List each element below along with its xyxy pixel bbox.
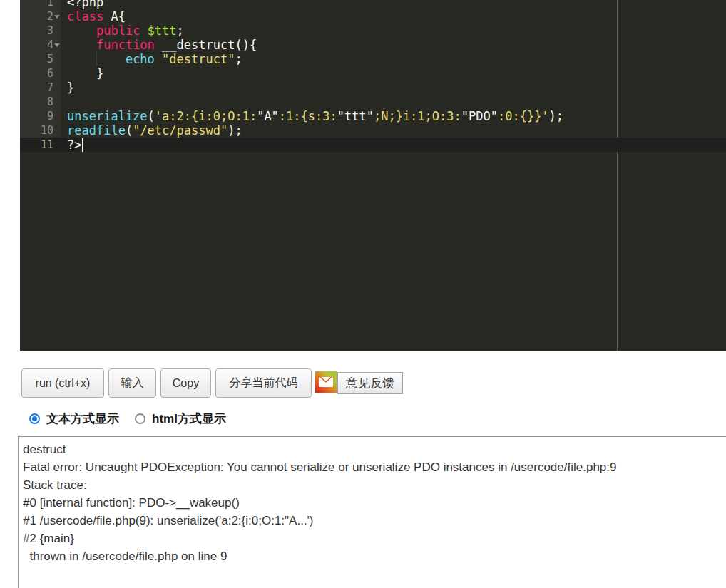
code-text: } xyxy=(61,66,726,81)
code-text: echo "destruct"; xyxy=(61,52,726,66)
token-plain: ?> xyxy=(67,138,81,152)
line-number[interactable]: 5 xyxy=(20,52,61,66)
line-number[interactable]: 3 xyxy=(20,24,61,38)
token-plain: "A" xyxy=(257,109,279,123)
token-plain xyxy=(67,52,126,66)
code-text: readfile("/etc/passwd"); xyxy=(61,123,726,138)
input-button[interactable]: 输入 xyxy=(108,368,156,398)
radio-text-mode[interactable] xyxy=(29,413,40,424)
token-support: unserialize xyxy=(67,109,148,123)
token-plain xyxy=(67,24,96,38)
line-number[interactable]: 9 xyxy=(20,109,61,123)
line-number[interactable]: 10 xyxy=(20,123,61,138)
token-string: :1:{s:3: xyxy=(279,109,337,123)
php-sandbox-page: 1<?php2class A{3 public $ttt;4 function … xyxy=(0,0,726,588)
line-number[interactable]: 4 xyxy=(20,38,61,52)
code-text: public $ttt; xyxy=(61,24,726,38)
code-line[interactable]: 1<?php xyxy=(20,0,726,9)
code-text: class A{ xyxy=(61,9,726,24)
token-plain: __destruct(){ xyxy=(155,38,257,52)
envelope-icon xyxy=(319,377,333,387)
code-text: ?> xyxy=(61,138,726,152)
line-number[interactable]: 2 xyxy=(20,9,61,24)
copy-button[interactable]: Copy xyxy=(160,368,211,398)
token-string: "/etc/passwd" xyxy=(133,123,227,138)
token-string: "destruct" xyxy=(162,52,235,66)
line-number[interactable]: 7 xyxy=(20,81,61,95)
token-plain: ); xyxy=(549,109,563,123)
token-plain: ( xyxy=(126,123,133,138)
fold-arrow-icon[interactable] xyxy=(54,15,60,19)
token-string: ;N;}i:1;O:3: xyxy=(374,109,461,123)
share-code-button[interactable]: 分享当前代码 xyxy=(215,368,312,398)
radio-html-mode-label[interactable]: html方式显示 xyxy=(152,411,226,427)
fold-arrow-icon[interactable] xyxy=(54,43,60,47)
feedback-label: 意见反馈 xyxy=(337,372,403,394)
text-cursor xyxy=(82,138,83,152)
radio-html-mode[interactable] xyxy=(135,413,145,424)
token-keyword: public xyxy=(96,24,140,38)
code-editor[interactable]: 1<?php2class A{3 public $ttt;4 function … xyxy=(20,0,726,351)
code-line[interactable]: 4 function __destruct(){ xyxy=(20,38,726,52)
code-text: } xyxy=(61,81,726,95)
code-text xyxy=(61,95,726,109)
code-line[interactable]: 3 public $ttt; xyxy=(20,24,726,38)
token-plain xyxy=(140,24,147,38)
token-keyword: function xyxy=(96,38,155,52)
token-plain: A{ xyxy=(103,9,126,24)
code-text: unserialize('a:2:{i:0;O:1:"A":1:{s:3:"tt… xyxy=(61,109,726,123)
code-text: function __destruct(){ xyxy=(61,38,726,52)
token-plain: ; xyxy=(177,24,184,38)
token-plain: "ttt" xyxy=(337,109,374,123)
code-line[interactable]: 2class A{ xyxy=(20,9,726,24)
radio-text-mode-label[interactable]: 文本方式显示 xyxy=(46,411,119,427)
output-box[interactable]: destruct Fatal error: Uncaught PDOExcept… xyxy=(18,436,726,588)
token-keyword: class xyxy=(67,9,103,24)
token-string: :0:{}}' xyxy=(498,109,549,123)
token-plain: } xyxy=(67,66,103,81)
code-line[interactable]: 9unserialize('a:2:{i:0;O:1:"A":1:{s:3:"t… xyxy=(20,109,726,123)
token-plain: "PDO" xyxy=(461,109,498,123)
token-variable: $ttt xyxy=(148,24,177,38)
line-number[interactable]: 6 xyxy=(20,66,61,81)
feedback-button[interactable]: 意见反馈 xyxy=(315,371,403,394)
token-plain: <?php xyxy=(67,0,103,9)
token-plain: ; xyxy=(235,52,242,66)
code-text: <?php xyxy=(61,0,726,9)
token-plain xyxy=(67,38,96,52)
run-button[interactable]: run (ctrl+x) xyxy=(21,368,104,398)
code-line[interactable]: 8 xyxy=(20,95,726,109)
line-number[interactable]: 11 xyxy=(20,138,61,152)
code-line[interactable]: 11?> xyxy=(20,138,726,152)
token-string: 'a:2:{i:0;O:1: xyxy=(155,109,257,123)
code-line[interactable]: 7} xyxy=(20,81,726,95)
code-lines: 1<?php2class A{3 public $ttt;4 function … xyxy=(20,0,726,152)
display-mode-options: 文本方式显示 html方式显示 xyxy=(29,411,226,427)
token-plain: ); xyxy=(227,123,242,138)
token-support: echo xyxy=(126,52,155,66)
line-number[interactable]: 1 xyxy=(20,0,61,9)
line-number[interactable]: 8 xyxy=(20,95,61,109)
code-line[interactable]: 10readfile("/etc/passwd"); xyxy=(20,123,726,138)
code-line[interactable]: 6 } xyxy=(20,66,726,81)
mail-icon xyxy=(315,371,337,393)
token-support: readfile xyxy=(67,123,126,138)
token-plain: ( xyxy=(148,109,155,123)
code-line[interactable]: 5 echo "destruct"; xyxy=(20,52,726,66)
token-plain: } xyxy=(67,81,74,95)
token-plain xyxy=(155,52,162,66)
